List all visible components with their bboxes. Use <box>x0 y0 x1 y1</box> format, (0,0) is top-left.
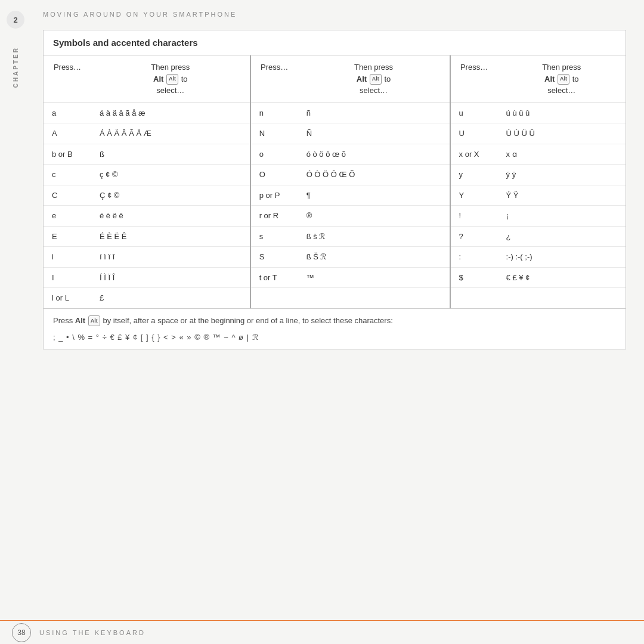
table-row: C Ç ¢ © p or P ¶ Y Ý Ÿ <box>44 185 626 206</box>
cell-press-2: S <box>250 247 298 268</box>
cell-then-1: ç ¢ © <box>91 165 250 185</box>
cell-press-1: E <box>44 226 91 247</box>
cell-then-3: € £ ¥ ¢ <box>498 267 626 288</box>
cell-then-2: ß Š ℛ <box>298 247 450 268</box>
cell-then-2 <box>298 288 450 308</box>
cell-press-1: I <box>44 267 91 288</box>
cell-then-1: Á À Ä Â Ã Å Æ <box>91 123 250 144</box>
cell-then-2: Ó Ò Ö Ô Œ Õ <box>298 165 450 185</box>
cell-then-1: í ì ï î <box>91 247 250 268</box>
table-row: a á à ä â ã å æ n ñ u ú ù ü û <box>44 103 626 123</box>
alt-badge-1: Alt <box>166 74 178 85</box>
cell-then-2: ß š ℛ <box>298 226 450 247</box>
cell-press-3: U <box>450 123 498 144</box>
cell-then-1: Ç ¢ © <box>91 185 250 206</box>
table-row: e é è ë ê r or R ® ! ¡ <box>44 206 626 227</box>
cell-press-1: i <box>44 247 91 268</box>
symbols-table-container: Symbols and accented characters Press… T… <box>43 30 626 349</box>
cell-press-3: : <box>450 247 498 268</box>
alt-badge-footer: Alt <box>88 315 100 326</box>
table-body: a á à ä â ã å æ n ñ u ú ù ü û A Á À Ä Â … <box>44 103 626 308</box>
cell-press-2: o <box>250 144 298 165</box>
cell-press-3 <box>450 288 498 308</box>
cell-then-1: ß <box>91 144 250 165</box>
cell-then-3: Ý Ÿ <box>498 185 626 206</box>
table-row: I Í Ì Ï Î t or T ™ $ € £ ¥ ¢ <box>44 267 626 288</box>
cell-then-2: ® <box>298 206 450 227</box>
cell-press-3: x or X <box>450 144 498 165</box>
header-col2-press: Press… <box>250 55 298 103</box>
footer-note-text: by itself, after a space or at the begin… <box>103 316 392 325</box>
cell-then-1: é è ë ê <box>91 206 250 227</box>
cell-then-1: Í Ì Ï Î <box>91 267 250 288</box>
cell-then-3: Ú Ù Ü Û <box>498 123 626 144</box>
cell-press-2: O <box>250 165 298 185</box>
cell-press-3: Y <box>450 185 498 206</box>
table-row: A Á À Ä Â Ã Å Æ N Ñ U Ú Ù Ü Û <box>44 123 626 144</box>
cell-then-2: Ñ <box>298 123 450 144</box>
cell-press-3: y <box>450 165 498 185</box>
cell-press-1: A <box>44 123 91 144</box>
header-col1-then: Then pressAlt Alt toselect… <box>91 55 250 103</box>
bottom-text: USING THE KEYBOARD <box>39 629 145 636</box>
table-title: Symbols and accented characters <box>44 30 626 55</box>
cell-press-3: $ <box>450 267 498 288</box>
cell-then-2: ™ <box>298 267 450 288</box>
symbols-table: Press… Then pressAlt Alt toselect… Press… <box>44 55 626 308</box>
cell-then-3: ¿ <box>498 226 626 247</box>
cell-press-1: c <box>44 165 91 185</box>
cell-then-3: ú ù ü û <box>498 103 626 123</box>
cell-press-2: N <box>250 123 298 144</box>
header-col3-then: Then pressAlt Alt toselect… <box>498 55 626 103</box>
page-header: MOVING AROUND ON YOUR SMARTPHONE <box>43 11 626 18</box>
cell-press-2: n <box>250 103 298 123</box>
cell-press-1: C <box>44 185 91 206</box>
chapter-sidebar: 2 CHAPTER <box>0 0 31 644</box>
cell-press-3: ? <box>450 226 498 247</box>
header-col2-then: Then pressAlt Alt toselect… <box>298 55 450 103</box>
chapter-number: 2 <box>7 11 24 29</box>
table-row: i í ì ï î S ß Š ℛ : :-) :-( ;-) <box>44 247 626 268</box>
cell-press-3: u <box>450 103 498 123</box>
cell-press-1: b or B <box>44 144 91 165</box>
table-row: l or L £ <box>44 288 626 308</box>
chapter-label: CHAPTER <box>13 47 19 88</box>
page-number: 38 <box>12 623 31 642</box>
cell-then-1: É È Ë Ê <box>91 226 250 247</box>
table-header-row: Press… Then pressAlt Alt toselect… Press… <box>44 55 626 103</box>
cell-press-2 <box>250 288 298 308</box>
header-col3-press: Press… <box>450 55 498 103</box>
cell-press-2: p or P <box>250 185 298 206</box>
alt-badge-3: Alt <box>558 74 569 85</box>
cell-press-1: l or L <box>44 288 91 308</box>
table-row: b or B ß o ó ò ö ô œ õ x or X x ɑ <box>44 144 626 165</box>
cell-press-1: a <box>44 103 91 123</box>
cell-then-3: ¡ <box>498 206 626 227</box>
alt-badge-2: Alt <box>370 74 382 85</box>
table-wrapper: Press… Then pressAlt Alt toselect… Press… <box>44 55 626 308</box>
main-content: MOVING AROUND ON YOUR SMARTPHONE Symbols… <box>31 0 644 644</box>
cell-press-2: s <box>250 226 298 247</box>
cell-then-3 <box>498 288 626 308</box>
cell-then-2: ñ <box>298 103 450 123</box>
bottom-bar: 38 USING THE KEYBOARD <box>0 620 644 644</box>
cell-press-1: e <box>44 206 91 227</box>
table-row: c ç ¢ © O Ó Ò Ö Ô Œ Õ y ý ÿ <box>44 165 626 185</box>
cell-press-3: ! <box>450 206 498 227</box>
cell-then-3: ý ÿ <box>498 165 626 185</box>
cell-then-1: £ <box>91 288 250 308</box>
cell-then-2: ¶ <box>298 185 450 206</box>
header-col1-press: Press… <box>44 55 91 103</box>
table-row: E É È Ë Ê s ß š ℛ ? ¿ <box>44 226 626 247</box>
cell-then-3: x ɑ <box>498 144 626 165</box>
cell-then-1: á à ä â ã å æ <box>91 103 250 123</box>
cell-then-2: ó ò ö ô œ õ <box>298 144 450 165</box>
footer-note: Press Alt Alt by itself, after a space o… <box>44 308 626 331</box>
cell-press-2: t or T <box>250 267 298 288</box>
footer-chars: ; _ • \ % = ° ÷ € £ ¥ ¢ [ ] { } < > « » … <box>44 330 626 349</box>
cell-press-2: r or R <box>250 206 298 227</box>
cell-then-3: :-) :-( ;-) <box>498 247 626 268</box>
